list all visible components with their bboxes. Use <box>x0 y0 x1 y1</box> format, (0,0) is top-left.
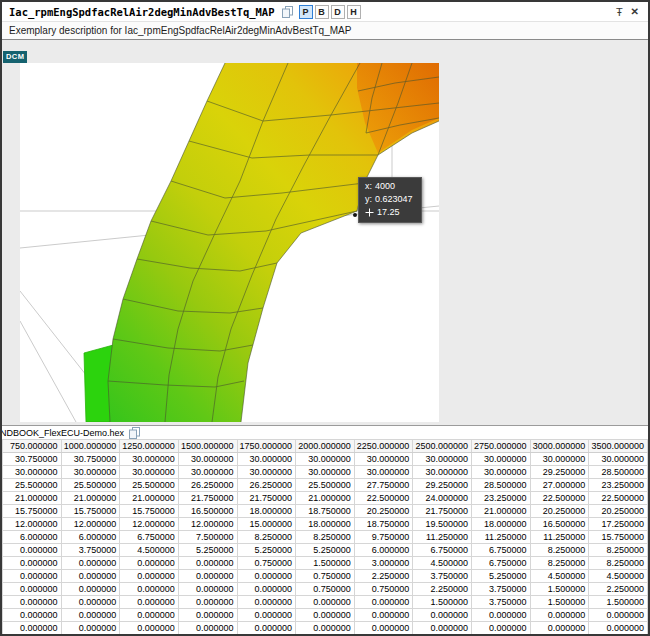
table-cell[interactable]: 0.000000 <box>3 583 62 596</box>
table-cell[interactable]: 0.000000 <box>61 583 120 596</box>
table-cell[interactable]: 11.250000 <box>472 531 531 544</box>
table-cell[interactable]: 30.000000 <box>472 466 531 479</box>
table-cell[interactable]: 6.750000 <box>120 531 179 544</box>
table-cell[interactable]: 30.000000 <box>413 466 472 479</box>
table-cell[interactable]: 21.000000 <box>296 492 355 505</box>
pin-icon[interactable]: Ŧ <box>612 3 627 21</box>
column-header[interactable]: 2250.000000 <box>354 440 413 453</box>
table-cell[interactable]: 0.000000 <box>120 609 179 622</box>
table-cell[interactable]: 0.000000 <box>120 596 179 609</box>
table-cell[interactable]: 0.000000 <box>61 596 120 609</box>
table-cell[interactable]: 18.000000 <box>296 518 355 531</box>
table-cell[interactable]: 0.000000 <box>237 570 296 583</box>
column-header[interactable]: 1250.000000 <box>120 440 179 453</box>
table-cell[interactable]: 0.000000 <box>589 622 648 635</box>
copy-icon[interactable] <box>282 6 293 18</box>
table-cell[interactable]: 2.250000 <box>354 570 413 583</box>
table-cell[interactable]: 6.000000 <box>61 531 120 544</box>
table-cell[interactable]: 22.500000 <box>354 492 413 505</box>
table-cell[interactable]: 0.750000 <box>296 570 355 583</box>
table-cell[interactable]: 30.000000 <box>413 453 472 466</box>
table-cell[interactable]: 1.500000 <box>413 596 472 609</box>
table-cell[interactable]: 0.000000 <box>61 622 120 635</box>
column-header[interactable]: 3000.000000 <box>530 440 589 453</box>
toolbar-button-p[interactable]: P <box>299 5 313 19</box>
table-cell[interactable]: 2.250000 <box>589 583 648 596</box>
table-cell[interactable]: 0.000000 <box>530 609 589 622</box>
table-cell[interactable]: 0.000000 <box>178 609 237 622</box>
table-cell[interactable]: 20.250000 <box>589 505 648 518</box>
table-cell[interactable]: 0.000000 <box>354 609 413 622</box>
table-cell[interactable]: 3.750000 <box>472 583 531 596</box>
table-cell[interactable]: 15.000000 <box>237 518 296 531</box>
table-cell[interactable]: 6.750000 <box>413 544 472 557</box>
table-cell[interactable]: 0.000000 <box>3 609 62 622</box>
table-cell[interactable]: 8.250000 <box>589 557 648 570</box>
table-cell[interactable]: 0.000000 <box>120 570 179 583</box>
table-cell[interactable]: 30.000000 <box>530 453 589 466</box>
table-cell[interactable]: 0.000000 <box>61 570 120 583</box>
table-cell[interactable]: 0.000000 <box>3 544 62 557</box>
table-cell[interactable]: 0.000000 <box>178 557 237 570</box>
table-cell[interactable]: 0.750000 <box>237 557 296 570</box>
table-cell[interactable]: 0.000000 <box>530 622 589 635</box>
table-cell[interactable]: 18.000000 <box>472 518 531 531</box>
table-cell[interactable]: 30.750000 <box>61 453 120 466</box>
table-cell[interactable]: 21.000000 <box>472 505 531 518</box>
table-cell[interactable]: 19.500000 <box>413 518 472 531</box>
table-cell[interactable]: 9.750000 <box>354 531 413 544</box>
table-cell[interactable]: 0.000000 <box>3 557 62 570</box>
table-cell[interactable]: 3.000000 <box>354 557 413 570</box>
table-cell[interactable]: 16.500000 <box>178 505 237 518</box>
table-cell[interactable]: 30.000000 <box>237 466 296 479</box>
table-cell[interactable]: 22.500000 <box>589 492 648 505</box>
table-cell[interactable]: 0.000000 <box>296 596 355 609</box>
table-cell[interactable]: 18.750000 <box>296 505 355 518</box>
table-cell[interactable]: 23.250000 <box>589 479 648 492</box>
table-cell[interactable]: 0.000000 <box>178 622 237 635</box>
table-cell[interactable]: 11.250000 <box>413 531 472 544</box>
table-cell[interactable]: 3.750000 <box>472 596 531 609</box>
column-header[interactable]: 1500.000000 <box>178 440 237 453</box>
table-cell[interactable]: 24.000000 <box>413 492 472 505</box>
table-cell[interactable]: 0.000000 <box>472 622 531 635</box>
table-cell[interactable]: 0.000000 <box>296 622 355 635</box>
table-cell[interactable]: 18.750000 <box>354 518 413 531</box>
table-cell[interactable]: 30.000000 <box>472 453 531 466</box>
table-cell[interactable]: 0.000000 <box>413 609 472 622</box>
table-cell[interactable]: 5.250000 <box>472 570 531 583</box>
table-cell[interactable]: 17.250000 <box>589 518 648 531</box>
column-header[interactable]: 1750.000000 <box>237 440 296 453</box>
toolbar-button-d[interactable]: D <box>331 5 345 19</box>
table-cell[interactable]: 29.250000 <box>530 466 589 479</box>
table-cell[interactable]: 0.000000 <box>61 557 120 570</box>
table-cell[interactable]: 15.750000 <box>589 531 648 544</box>
table-cell[interactable]: 30.000000 <box>589 453 648 466</box>
table-cell[interactable]: 30.000000 <box>3 466 62 479</box>
table-cell[interactable]: 0.000000 <box>120 622 179 635</box>
table-cell[interactable]: 0.750000 <box>354 583 413 596</box>
table-cell[interactable]: 27.750000 <box>354 479 413 492</box>
column-header[interactable]: 3500.000000 <box>589 440 648 453</box>
table-cell[interactable]: 18.000000 <box>237 505 296 518</box>
table-cell[interactable]: 12.000000 <box>178 518 237 531</box>
table-cell[interactable]: 0.000000 <box>120 583 179 596</box>
table-cell[interactable]: 21.000000 <box>61 492 120 505</box>
table-cell[interactable]: 28.500000 <box>472 479 531 492</box>
table-cell[interactable]: 0.000000 <box>237 583 296 596</box>
table-cell[interactable]: 1.500000 <box>296 557 355 570</box>
column-header[interactable]: 2750.000000 <box>472 440 531 453</box>
table-cell[interactable]: 5.250000 <box>237 544 296 557</box>
table-cell[interactable]: 3.750000 <box>61 544 120 557</box>
table-cell[interactable]: 27.000000 <box>530 479 589 492</box>
table-cell[interactable]: 0.000000 <box>3 570 62 583</box>
table-cell[interactable]: 0.000000 <box>178 596 237 609</box>
table-cell[interactable]: 11.250000 <box>530 531 589 544</box>
table-cell[interactable]: 21.000000 <box>3 492 62 505</box>
table-cell[interactable]: 25.500000 <box>120 479 179 492</box>
table-cell[interactable]: 4.500000 <box>120 544 179 557</box>
table-cell[interactable]: 30.000000 <box>237 453 296 466</box>
table-cell[interactable]: 30.000000 <box>296 453 355 466</box>
table-cell[interactable]: 22.500000 <box>530 492 589 505</box>
table-cell[interactable]: 0.000000 <box>237 609 296 622</box>
